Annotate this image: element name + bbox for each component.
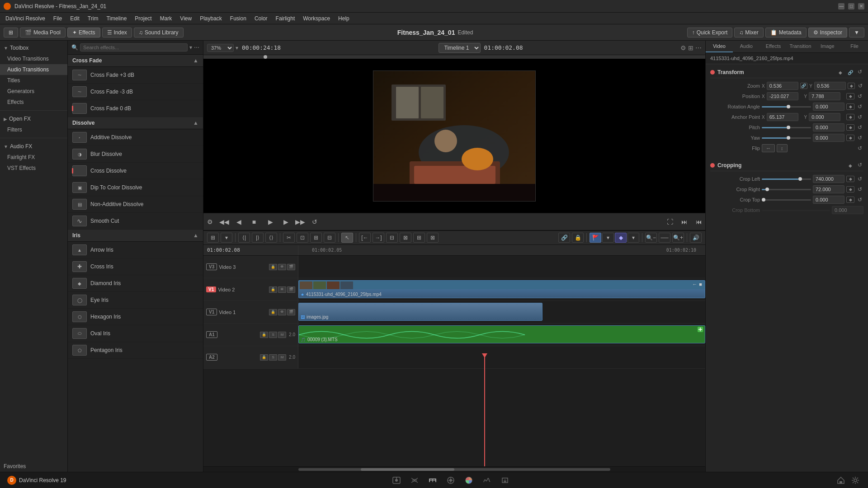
flag-btn[interactable]: 🚩 bbox=[590, 233, 601, 243]
effect-hexagon-iris[interactable]: Hexagon Iris bbox=[68, 309, 203, 325]
insp-tab-audio[interactable]: Audio bbox=[733, 41, 760, 52]
toolbar-more-btn[interactable]: ▼ bbox=[849, 28, 864, 38]
crop-bottom-value-input[interactable] bbox=[832, 206, 863, 214]
toolbar-layout-btn[interactable]: ⊞ bbox=[4, 28, 18, 38]
tool-roll-edit-btn[interactable]: |⟩ bbox=[252, 233, 264, 243]
ws-icon-fusion[interactable] bbox=[445, 475, 456, 486]
crop-left-value-input[interactable] bbox=[813, 175, 844, 183]
tool-crop-btn[interactable]: ⊟ bbox=[324, 233, 335, 243]
tool-dropdown-btn[interactable]: ▾ bbox=[221, 233, 232, 243]
effect-smooth-cut[interactable]: Smooth Cut bbox=[68, 213, 203, 230]
tool-in-out-btn[interactable]: ⊠ bbox=[400, 233, 411, 243]
ws-icon-edit[interactable] bbox=[427, 475, 438, 486]
insp-tab-image[interactable]: Image bbox=[814, 41, 841, 52]
insp-tab-video[interactable]: Video bbox=[706, 41, 733, 52]
close-button[interactable]: ✕ bbox=[858, 3, 864, 9]
transport-step-back-btn[interactable]: ◀ bbox=[232, 216, 245, 227]
yaw-slider[interactable] bbox=[762, 137, 811, 139]
clip-a1-handle[interactable] bbox=[698, 327, 703, 333]
menu-fairlight[interactable]: Fairlight bbox=[272, 14, 299, 23]
track-v2-lock-btn[interactable]: 🔒 bbox=[269, 286, 277, 293]
anchor-y-input[interactable] bbox=[809, 113, 840, 121]
tool-blade-btn[interactable]: ✂ bbox=[283, 233, 295, 243]
timeline-scrollbar-thumb[interactable] bbox=[361, 468, 454, 471]
tool-lock-btn[interactable]: 🔒 bbox=[572, 233, 584, 243]
effect-blur-dissolve[interactable]: Blur Dissolve bbox=[68, 146, 203, 163]
effect-arrow-iris[interactable]: Arrow Iris bbox=[68, 242, 203, 258]
effect-additive-dissolve[interactable]: Additive Dissolve bbox=[68, 129, 203, 146]
search-options-icon[interactable]: ▾ bbox=[189, 44, 192, 51]
transport-fullscreen-btn[interactable]: ⛶ bbox=[664, 216, 676, 227]
effect-dip-to-color-dissolve[interactable]: Dip To Color Dissolve bbox=[68, 179, 203, 196]
track-v3-eye-btn[interactable]: 👁 bbox=[278, 264, 286, 270]
category-dissolve[interactable]: Dissolve ▲ bbox=[68, 117, 203, 129]
track-v1-film-btn[interactable]: 🎬 bbox=[287, 309, 295, 315]
crop-top-value-input[interactable] bbox=[813, 196, 844, 204]
crop-right-reset-btn[interactable]: ↺ bbox=[856, 186, 863, 192]
track-a1-s-btn[interactable]: S bbox=[269, 332, 277, 338]
tool-slip-clip-btn[interactable]: ⟨⟩ bbox=[265, 233, 277, 243]
zoom-select[interactable]: 37% 50% 100% bbox=[207, 44, 234, 52]
zoom-reset-btn[interactable]: ↺ bbox=[857, 83, 863, 89]
insp-tab-effects[interactable]: Effects bbox=[760, 41, 787, 52]
cropping-keyframe-btn[interactable]: ◆ bbox=[846, 162, 854, 169]
transform-link-btn[interactable]: 🔗 bbox=[846, 69, 854, 76]
toolbox-item-fairlight-fx[interactable]: Fairlight FX bbox=[0, 152, 67, 163]
position-y-input[interactable] bbox=[809, 92, 840, 100]
clip-v2-main[interactable]: ★ 4115331-uhd_4096_2160_25fps.mp4 ← ■ bbox=[298, 280, 705, 298]
position-x-input[interactable] bbox=[767, 92, 798, 100]
crop-top-keyframe-btn[interactable]: ◆ bbox=[846, 197, 854, 203]
tool-out-btn[interactable]: →] bbox=[373, 233, 384, 243]
anchor-keyframe-btn[interactable]: ◆ bbox=[846, 114, 854, 120]
transport-step-fwd-btn[interactable]: ▶ bbox=[279, 216, 292, 227]
rotation-value-input[interactable] bbox=[813, 103, 844, 111]
menu-project[interactable]: Project bbox=[131, 14, 155, 23]
timeline-scrollbar[interactable] bbox=[203, 466, 705, 472]
ws-icon-color[interactable] bbox=[463, 475, 474, 486]
menu-workspace[interactable]: Workspace bbox=[299, 14, 334, 23]
ws-icon-deliver[interactable] bbox=[500, 475, 510, 486]
effect-pentagon-iris[interactable]: Pentagon Iris bbox=[68, 342, 203, 359]
clip-v1-main[interactable]: 🖼 images.jpg bbox=[298, 303, 542, 321]
crop-left-keyframe-btn[interactable]: ◆ bbox=[846, 176, 854, 182]
quick-export-button[interactable]: ↑ Quick Export bbox=[687, 28, 733, 38]
zoom-slider-btn[interactable]: ── bbox=[659, 233, 670, 243]
flip-reset-btn[interactable]: ↺ bbox=[856, 145, 863, 151]
rotation-reset-btn[interactable]: ↺ bbox=[856, 103, 863, 110]
preview-more-icon[interactable]: ⋯ bbox=[695, 44, 702, 52]
menu-edit[interactable]: Edit bbox=[66, 14, 83, 23]
menu-view[interactable]: View bbox=[176, 14, 195, 23]
effects-search-input[interactable] bbox=[80, 43, 188, 52]
toolbox-item-vst-effects[interactable]: VST Effects bbox=[0, 163, 67, 174]
transport-loop-btn[interactable]: ↺ bbox=[308, 216, 321, 227]
timeline-name-select[interactable]: Timeline 1 bbox=[439, 43, 481, 53]
flag-color-btn[interactable]: ▾ bbox=[602, 233, 614, 243]
track-v1-lock-btn[interactable]: 🔒 bbox=[269, 309, 277, 315]
insp-tab-transition[interactable]: Transition bbox=[787, 41, 814, 52]
track-a1-m-btn[interactable]: M bbox=[278, 332, 286, 338]
yaw-keyframe-btn[interactable]: ◆ bbox=[846, 135, 854, 141]
ws-icon-cut[interactable] bbox=[409, 475, 420, 486]
toolbox-item-generators[interactable]: Generators bbox=[0, 86, 67, 97]
toolbox-item-titles[interactable]: Titles bbox=[0, 75, 67, 86]
position-keyframe-btn[interactable]: ◆ bbox=[846, 93, 854, 99]
anchor-reset-btn[interactable]: ↺ bbox=[856, 114, 863, 120]
crop-right-keyframe-btn[interactable]: ◆ bbox=[846, 186, 854, 192]
category-iris[interactable]: Iris ▲ bbox=[68, 230, 203, 242]
ws-icon-fairlight[interactable] bbox=[481, 475, 492, 486]
transport-settings-btn[interactable]: ⚙ bbox=[203, 216, 216, 227]
clip-v2-color-btn[interactable]: ■ bbox=[699, 282, 702, 287]
crop-left-reset-btn[interactable]: ↺ bbox=[856, 176, 863, 182]
track-v3-film-btn[interactable]: 🎬 bbox=[287, 264, 295, 270]
transport-next-btn[interactable]: ▶▶ bbox=[294, 216, 307, 227]
tool-link-btn[interactable]: 🔗 bbox=[558, 233, 570, 243]
track-a2-m-btn[interactable]: M bbox=[278, 354, 286, 361]
tool-dynamic-zoom-btn[interactable]: ⊡ bbox=[297, 233, 308, 243]
toolbox-item-effects[interactable]: Effects bbox=[0, 97, 67, 108]
transport-end-btn[interactable]: ⏭ bbox=[678, 216, 691, 227]
tool-transform-btn[interactable]: ⊞ bbox=[310, 233, 322, 243]
tool-arrow-btn[interactable]: ↖ bbox=[341, 233, 353, 243]
cropping-reset-btn[interactable]: ↺ bbox=[856, 162, 863, 168]
transport-stop-btn[interactable]: ■ bbox=[247, 216, 261, 228]
transform-reset-btn[interactable]: ↺ bbox=[856, 69, 863, 75]
